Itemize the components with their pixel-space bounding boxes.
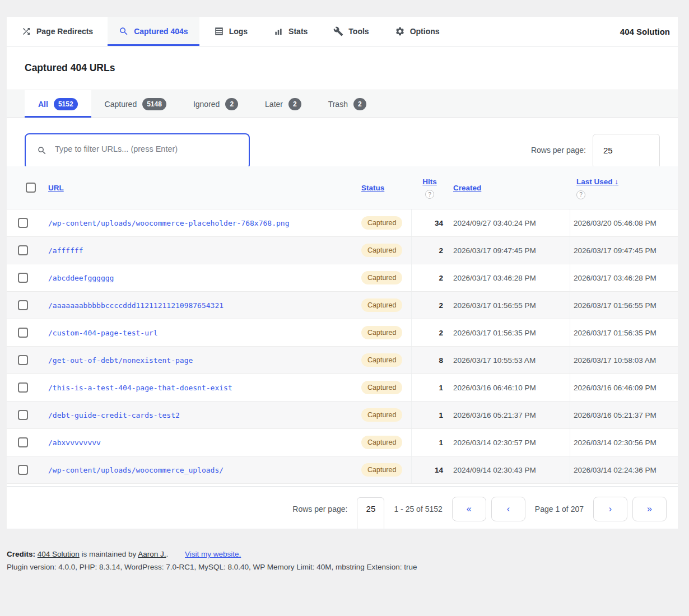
next-page-button[interactable]: ›: [593, 497, 627, 521]
filter-tab-later[interactable]: Later2: [252, 90, 315, 118]
filter-urls-input[interactable]: [55, 144, 234, 153]
last-used-value: 2026/03/20 05:46:08 PM: [574, 219, 657, 227]
created-value: 2026/03/17 01:56:35 PM: [453, 329, 536, 337]
status-badge: Captured: [361, 381, 402, 394]
filter-tab-count-badge: 2: [353, 98, 366, 110]
status-badge: Captured: [361, 408, 402, 422]
last-used-value: 2026/03/16 06:46:09 PM: [574, 384, 657, 392]
last-used-value: 2026/03/17 09:47:45 PM: [574, 246, 657, 255]
row-checkbox[interactable]: [18, 218, 28, 228]
sort-arrow-icon: ↓: [614, 178, 618, 186]
row-checkbox[interactable]: [18, 382, 28, 393]
row-checkbox[interactable]: [18, 410, 28, 420]
status-badge: Captured: [361, 298, 402, 312]
status-badge: Captured: [361, 326, 402, 339]
last-page-button[interactable]: »: [632, 497, 667, 521]
status-badge: Captured: [361, 244, 402, 257]
filter-tab-count-badge: 5152: [54, 98, 78, 110]
row-checkbox[interactable]: [18, 300, 28, 310]
table-row: /this-is-a-test-404-page-that-doesnt-exi…: [7, 374, 678, 402]
rows-per-page-select-bottom[interactable]: 25: [357, 497, 384, 529]
row-checkbox[interactable]: [18, 465, 28, 475]
table-row: /wp-content/uploads/woocommerce_uploads/…: [7, 456, 678, 484]
created-value: 2026/03/16 06:46:10 PM: [453, 384, 536, 392]
prev-page-button[interactable]: ‹: [491, 497, 525, 521]
url-link[interactable]: /get-out-of-debt/nonexistent-page: [48, 356, 193, 365]
hits-value: 8: [412, 356, 448, 365]
hits-value: 2: [412, 246, 448, 255]
url-link[interactable]: /abxvvvvvvvv: [48, 438, 101, 447]
filter-tab-count-badge: 5148: [142, 98, 166, 110]
last-used-value: 2026/03/14 02:24:36 PM: [574, 466, 657, 474]
created-value: 2026/03/17 03:46:28 PM: [453, 274, 536, 282]
row-checkbox[interactable]: [18, 328, 28, 338]
plugin-nav-tabs: Page RedirectsCaptured 404sLogsStatsTool…: [10, 17, 620, 46]
url-link[interactable]: /affffff: [48, 246, 83, 255]
first-page-button[interactable]: «: [452, 497, 486, 521]
wrench-icon: [333, 26, 343, 36]
filter-tab-captured[interactable]: Captured5148: [91, 90, 180, 118]
sort-url-header[interactable]: URL: [48, 184, 64, 192]
created-value: 2024/09/14 02:30:43 PM: [453, 466, 536, 474]
table-row: /debt-guide-credit-cards-test2Captured12…: [7, 402, 678, 429]
filter-tab-ignored[interactable]: Ignored2: [180, 90, 252, 118]
url-link[interactable]: /custom-404-page-test-url: [48, 329, 158, 337]
row-checkbox[interactable]: [18, 245, 28, 255]
website-link[interactable]: Visit my website.: [185, 550, 241, 558]
nav-tab-label: Stats: [288, 27, 308, 36]
created-value: 2026/03/17 10:55:53 AM: [453, 356, 536, 365]
nav-tab-options[interactable]: Options: [384, 17, 451, 46]
created-value: 2024/09/27 03:40:24 PM: [453, 219, 536, 227]
sort-status-header[interactable]: Status: [361, 184, 384, 192]
search-box: [25, 133, 250, 166]
plugin-nav: Page RedirectsCaptured 404sLogsStatsTool…: [7, 17, 678, 46]
select-all-checkbox[interactable]: [26, 183, 36, 193]
sort-last-used-header[interactable]: Last Used ↓: [576, 178, 618, 186]
filter-tab-all[interactable]: All5152: [25, 90, 91, 118]
nav-tab-tools[interactable]: Tools: [322, 17, 380, 46]
filter-tab-trash[interactable]: Trash2: [315, 90, 380, 118]
row-checkbox[interactable]: [18, 437, 28, 447]
sort-created-header[interactable]: Created: [453, 184, 481, 192]
nav-tab-page-redirects[interactable]: Page Redirects: [10, 17, 104, 46]
nav-tab-captured-404s[interactable]: Captured 404s: [108, 17, 199, 46]
last-used-help-icon[interactable]: ?: [576, 190, 585, 199]
row-checkbox[interactable]: [18, 273, 28, 283]
url-link[interactable]: /this-is-a-test-404-page-that-doesnt-exi…: [48, 384, 232, 392]
last-used-value: 2026/03/17 03:46:28 PM: [574, 274, 657, 282]
url-link[interactable]: /abcddeefgggggg: [48, 274, 114, 282]
url-link[interactable]: /wp-content/uploads/woocommerce_uploads/: [48, 466, 224, 474]
url-link[interactable]: /debt-guide-credit-cards-test2: [48, 411, 180, 419]
sort-hits-header[interactable]: Hits: [422, 178, 437, 186]
filter-tab-label: Ignored: [193, 100, 220, 109]
status-badge: Captured: [361, 353, 402, 367]
table-body: /wp-content/uploads/woocommerce-placehol…: [7, 209, 678, 484]
nav-tab-label: Captured 404s: [134, 27, 188, 36]
created-value: 2026/03/17 01:56:55 PM: [453, 301, 536, 310]
rows-per-page-select[interactable]: 25: [593, 134, 660, 166]
author-link[interactable]: Aaron J.: [138, 550, 166, 558]
hits-help-icon[interactable]: ?: [425, 190, 434, 199]
table-row: /abcddeefggggggCaptured22026/03/17 03:46…: [7, 264, 678, 292]
hits-value: 34: [412, 219, 448, 227]
nav-tab-logs[interactable]: Logs: [203, 17, 259, 46]
plugin-home-link[interactable]: 404 Solution: [38, 550, 80, 558]
row-checkbox[interactable]: [18, 355, 28, 365]
last-used-value: 2026/03/16 05:21:37 PM: [574, 411, 657, 419]
nav-tab-label: Page Redirects: [36, 27, 93, 36]
filter-tab-label: All: [38, 100, 48, 109]
table-row: /abxvvvvvvvvCaptured12026/03/14 02:30:57…: [7, 429, 678, 456]
rows-per-page-top: Rows per page: 25: [531, 118, 660, 166]
nav-tab-label: Logs: [229, 27, 248, 36]
url-link[interactable]: /aaaaaaabbbbbccccddd11211211210987654321: [48, 301, 224, 310]
url-link[interactable]: /wp-content/uploads/woocommerce-placehol…: [48, 219, 289, 227]
maintained-text: is maintained by: [82, 550, 137, 558]
table-row: /get-out-of-debt/nonexistent-pageCapture…: [7, 347, 678, 374]
pagination-bar: Rows per page: 25 1 - 25 of 5152 « ‹ Pag…: [7, 487, 678, 529]
last-used-value: 2026/03/14 02:30:56 PM: [574, 438, 657, 447]
nav-tab-stats[interactable]: Stats: [262, 17, 319, 46]
table-row: /wp-content/uploads/woocommerce-placehol…: [7, 209, 678, 237]
hits-value: 2: [412, 329, 448, 337]
hits-value: 1: [412, 384, 448, 392]
hits-value: 1: [412, 411, 448, 419]
